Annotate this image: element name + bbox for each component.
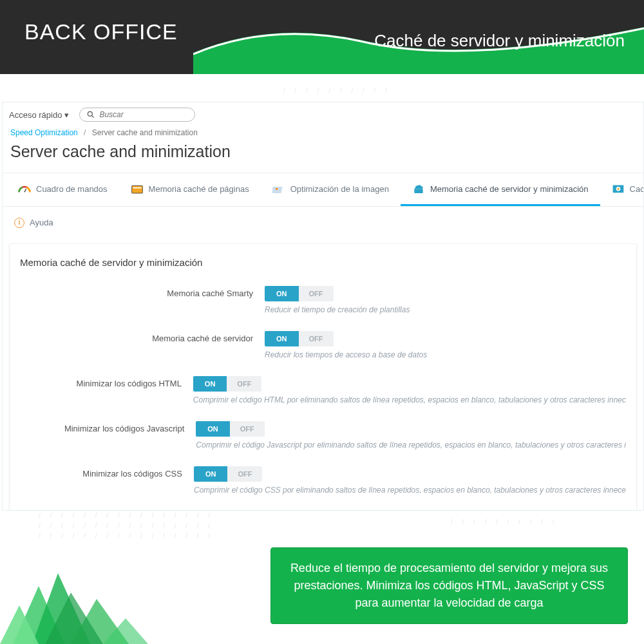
- setting-hint: Comprimir el código HTML por eliminando …: [193, 395, 626, 404]
- toggle-off: OFF: [299, 331, 334, 346]
- setting-hint: Reducir el tiempo de creación de plantil…: [265, 305, 626, 314]
- help-row: i Ayuda: [3, 207, 643, 237]
- svg-rect-5: [272, 187, 283, 193]
- banner-title: BACK OFFICE: [24, 19, 178, 44]
- svg-rect-7: [414, 189, 422, 193]
- setting-row-min-js: Minimizar los códigos Javascript ON OFF …: [20, 421, 626, 450]
- toggle-on: ON: [193, 376, 227, 392]
- tab-label: Optimización de la imagen: [290, 184, 389, 194]
- search-box[interactable]: [79, 108, 195, 122]
- banner: BACK OFFICE Caché de servidor y minimiza…: [0, 0, 644, 74]
- help-icon: i: [14, 218, 24, 228]
- image-opt-icon: [272, 184, 285, 194]
- toggle-on: ON: [194, 466, 228, 482]
- quick-access-dropdown[interactable]: Acceso rápido ▾: [9, 110, 69, 120]
- toggle-min-js[interactable]: ON OFF: [196, 421, 265, 437]
- setting-hint: Comprimir el código CSS por eliminando s…: [194, 486, 626, 495]
- gauge-icon: [18, 184, 31, 194]
- tab-dashboard[interactable]: Cuadro de mandos: [6, 173, 119, 206]
- banner-subtitle: Caché de servidor y minimización: [374, 31, 625, 51]
- setting-label: Minimizar los códigos Javascript: [20, 421, 196, 433]
- tab-label: Cuadro de mandos: [36, 184, 108, 194]
- setting-row-smarty-cache: Memoria caché Smarty ON OFF Reducir el t…: [20, 286, 626, 314]
- crystal-decoration: [0, 547, 167, 644]
- toggle-off: OFF: [227, 376, 261, 392]
- card-title: Memoria caché de servidor y minimización: [20, 257, 626, 268]
- admin-panel: Acceso rápido ▾ Speed Optimization / Ser…: [2, 102, 644, 511]
- setting-label: Memoria caché Smarty: [20, 286, 265, 298]
- setting-label: Memoria caché de servidor: [20, 331, 265, 343]
- setting-row-min-html: Minimizar los códigos HTML ON OFF Compri…: [20, 376, 626, 404]
- setting-row-min-css: Minimizar los códigos CSS ON OFF Comprim…: [20, 466, 626, 495]
- tab-page-cache[interactable]: Memoria caché de páginas: [119, 173, 261, 206]
- setting-label: Minimizar los códigos CSS: [20, 466, 194, 478]
- svg-rect-3: [131, 185, 142, 193]
- quick-access-label: Acceso rápido: [9, 110, 62, 120]
- toggle-on: ON: [196, 421, 230, 437]
- tab-image-opt[interactable]: Optimización de la imagen: [261, 173, 401, 206]
- toggle-off: OFF: [230, 421, 265, 437]
- chevron-down-icon: ▾: [64, 110, 69, 120]
- toggle-min-html[interactable]: ON OFF: [193, 376, 262, 392]
- description-callout: Reduce el tiempo de procesamiento del se…: [270, 547, 628, 624]
- svg-point-6: [276, 188, 278, 190]
- search-input[interactable]: [99, 110, 183, 119]
- toggle-off: OFF: [227, 466, 262, 482]
- setting-hint: Comprimir el código Javascript por elimi…: [196, 440, 626, 450]
- tabs: Cuadro de mandos Memoria caché de página…: [3, 173, 643, 207]
- toggle-on: ON: [265, 331, 299, 346]
- svg-line-2: [24, 189, 26, 192]
- setting-row-server-cache: Memoria caché de servidor ON OFF Reducir…: [20, 331, 626, 359]
- svg-line-1: [92, 116, 94, 118]
- breadcrumb-root[interactable]: Speed Optimization: [10, 128, 78, 137]
- svg-rect-4: [133, 187, 141, 189]
- toggle-on: ON: [265, 286, 299, 301]
- browser-cache-icon: [612, 184, 625, 194]
- page-title: Server cache and minimization: [3, 138, 643, 173]
- server-cache-icon: [412, 184, 425, 194]
- breadcrumb-current: Server cache and minimization: [92, 128, 198, 137]
- tab-label: Memoria caché de servidor y minimización: [430, 184, 589, 194]
- help-label: Ayuda: [30, 218, 53, 227]
- help-link[interactable]: i Ayuda: [14, 218, 53, 228]
- toggle-min-css[interactable]: ON OFF: [194, 466, 263, 482]
- setting-label: Minimizar los códigos HTML: [20, 376, 193, 388]
- toggle-off: OFF: [299, 286, 334, 301]
- svg-point-0: [88, 111, 93, 116]
- tab-label: Memoria caché de páginas: [149, 184, 249, 194]
- breadcrumb-separator: /: [84, 128, 86, 137]
- toggle-smarty-cache[interactable]: ON OFF: [265, 286, 334, 301]
- settings-card: Memoria caché de servidor y minimización…: [9, 243, 637, 511]
- setting-hint: Reducir los tiempos de acceso a base de …: [265, 350, 626, 359]
- page-cache-icon: [131, 184, 144, 194]
- tab-server-cache[interactable]: Memoria caché de servidor y minimización: [401, 173, 600, 206]
- svg-point-10: [617, 188, 619, 190]
- toggle-server-cache[interactable]: ON OFF: [265, 331, 334, 346]
- tab-label: Caché d: [630, 184, 644, 194]
- breadcrumb: Speed Optimization / Server cache and mi…: [3, 127, 643, 138]
- search-icon: [86, 110, 95, 119]
- tab-browser-cache[interactable]: Caché d: [600, 173, 644, 206]
- topbar: Acceso rápido ▾: [3, 102, 643, 127]
